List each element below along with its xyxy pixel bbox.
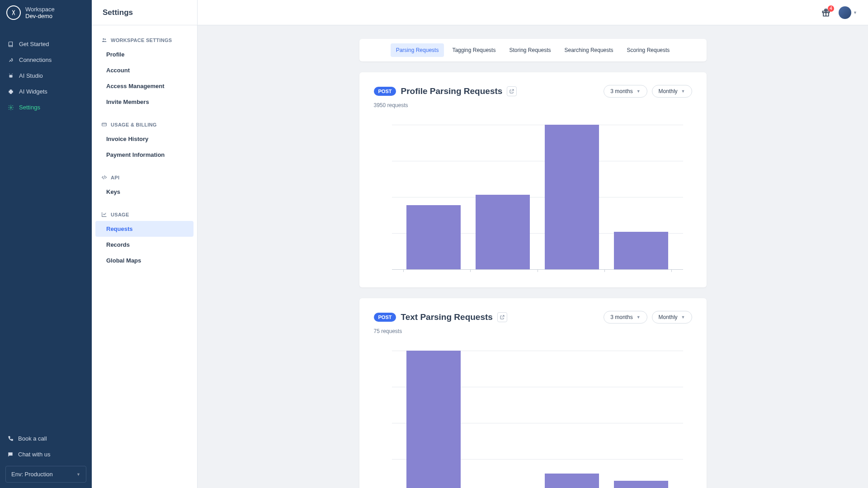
- env-label: Env: Production: [11, 471, 53, 478]
- user-menu[interactable]: ▼: [839, 6, 857, 19]
- workspace-label: Workspace: [25, 6, 55, 13]
- subsection-header: USAGE: [92, 208, 197, 221]
- external-link-button[interactable]: [507, 86, 517, 96]
- chart-icon: [101, 211, 107, 217]
- subsection-header: USAGE & BILLING: [92, 118, 197, 131]
- page-title: Settings: [103, 8, 133, 17]
- chart-bar: [406, 205, 461, 269]
- subnav-item-invite-members[interactable]: Invite Members: [92, 94, 197, 110]
- sidebar-item-ai-studio[interactable]: AI Studio: [0, 68, 92, 84]
- range-label: 3 months: [610, 88, 632, 94]
- chart-title: Text Parsing Requests: [401, 312, 492, 322]
- chevron-down-icon: ▼: [637, 89, 641, 94]
- external-link-icon: [500, 314, 505, 320]
- range-dropdown[interactable]: 3 months▼: [604, 85, 647, 98]
- subnav-item-global-maps[interactable]: Global Maps: [92, 253, 197, 268]
- subsection-title: USAGE: [111, 212, 129, 217]
- sidebar-item-ai-widgets[interactable]: AI Widgets: [0, 84, 92, 99]
- interval-label: Monthly: [659, 314, 678, 320]
- svg-point-5: [104, 39, 106, 40]
- external-link-button[interactable]: [497, 312, 507, 322]
- range-dropdown[interactable]: 3 months▼: [604, 311, 647, 324]
- svg-point-1: [10, 75, 10, 76]
- sidebar-item-label: Connections: [19, 56, 52, 63]
- gift-button[interactable]: 4: [821, 8, 830, 17]
- gear-icon: [7, 104, 14, 111]
- subsection-header: API: [92, 171, 197, 184]
- book-icon: [7, 41, 14, 47]
- request-tabs-card: Parsing RequestsTagging RequestsStoring …: [359, 39, 707, 61]
- subnav-item-invoice-history[interactable]: Invoice History: [92, 131, 197, 147]
- logo-icon: [10, 9, 17, 16]
- sidebar-bottom-label: Book a call: [18, 435, 47, 442]
- subsection: WORKSPACE SETTINGSProfileAccountAccess M…: [92, 25, 197, 110]
- puzzle-icon: [7, 89, 14, 95]
- subnav-item-profile[interactable]: Profile: [92, 47, 197, 62]
- chart-card: POSTText Parsing Requests3 months▼Monthl…: [359, 298, 707, 488]
- chart-area: [374, 342, 692, 488]
- sidebar-item-settings[interactable]: Settings: [0, 99, 92, 115]
- svg-point-2: [11, 75, 12, 76]
- chart-bar: [545, 125, 599, 269]
- users-icon: [101, 37, 107, 43]
- chart-bar: [476, 195, 530, 269]
- subsection-title: WORKSPACE SETTINGS: [111, 38, 172, 43]
- subnav-item-records[interactable]: Records: [92, 237, 197, 253]
- method-badge: POST: [374, 313, 396, 322]
- request-count: 3950 requests: [374, 102, 692, 108]
- subsection: USAGERequestsRecordsGlobal Maps: [92, 200, 197, 268]
- sidebar-item-label: Get Started: [19, 41, 49, 47]
- sidebar-footer: Book a call Chat with us Env: Production…: [0, 425, 92, 488]
- sidebar-bottom-label: Chat with us: [18, 451, 51, 458]
- subnav-item-keys[interactable]: Keys: [92, 184, 197, 200]
- subsection: APIKeys: [92, 163, 197, 200]
- subsection-title: API: [111, 175, 119, 180]
- chart-bar: [614, 232, 668, 269]
- chat-link[interactable]: Chat with us: [5, 446, 86, 462]
- chevron-down-icon: ▼: [853, 10, 857, 15]
- chart-bar: [406, 351, 461, 488]
- app-logo: [6, 5, 21, 20]
- phone-icon: [7, 436, 14, 442]
- interval-dropdown[interactable]: Monthly▼: [652, 311, 692, 324]
- interval-label: Monthly: [659, 88, 678, 94]
- subsection-title: USAGE & BILLING: [111, 122, 157, 127]
- notification-badge: 4: [828, 5, 834, 12]
- env-selector[interactable]: Env: Production ▼: [5, 466, 86, 483]
- tab-scoring-requests[interactable]: Scoring Requests: [622, 43, 675, 57]
- svg-rect-0: [9, 75, 13, 77]
- sidebar-item-label: AI Widgets: [19, 88, 47, 95]
- subnav-item-access-management[interactable]: Access Management: [92, 78, 197, 94]
- avatar: [839, 6, 851, 19]
- content-scroll[interactable]: Parsing RequestsTagging RequestsStoring …: [198, 25, 868, 488]
- tab-searching-requests[interactable]: Searching Requests: [559, 43, 619, 57]
- chevron-down-icon: ▼: [681, 89, 685, 94]
- code-icon: [101, 174, 107, 180]
- svg-point-4: [103, 38, 104, 40]
- subnav-item-requests[interactable]: Requests: [95, 221, 193, 237]
- tab-tagging-requests[interactable]: Tagging Requests: [447, 43, 501, 57]
- sidebar-item-label: AI Studio: [19, 72, 43, 79]
- subnav-item-account[interactable]: Account: [92, 62, 197, 78]
- chart-bar: [545, 474, 599, 488]
- chart-title: Profile Parsing Requests: [401, 86, 502, 96]
- chevron-down-icon: ▼: [681, 315, 685, 319]
- sidebar-header: Workspace Dev-demo: [0, 0, 92, 25]
- sidebar-item-get-started[interactable]: Get Started: [0, 36, 92, 52]
- chart-card: POSTProfile Parsing Requests3 months▼Mon…: [359, 72, 707, 287]
- tab-parsing-requests[interactable]: Parsing Requests: [391, 43, 444, 57]
- sidebar-item-connections[interactable]: Connections: [0, 52, 92, 68]
- plug-icon: [7, 57, 14, 63]
- book-call-link[interactable]: Book a call: [5, 431, 86, 446]
- subnav-item-payment-information[interactable]: Payment Information: [92, 147, 197, 163]
- settings-sidebar: Settings WORKSPACE SETTINGSProfileAccoun…: [92, 0, 198, 488]
- card-icon: [101, 122, 107, 127]
- request-count: 75 requests: [374, 328, 692, 334]
- top-bar: 4 ▼: [198, 0, 868, 25]
- interval-dropdown[interactable]: Monthly▼: [652, 85, 692, 98]
- svg-rect-6: [102, 123, 106, 126]
- tab-storing-requests[interactable]: Storing Requests: [504, 43, 556, 57]
- external-link-icon: [509, 89, 514, 94]
- sidebar-nav: Get Started Connections AI Studio AI Wid…: [0, 25, 92, 425]
- range-label: 3 months: [610, 314, 632, 320]
